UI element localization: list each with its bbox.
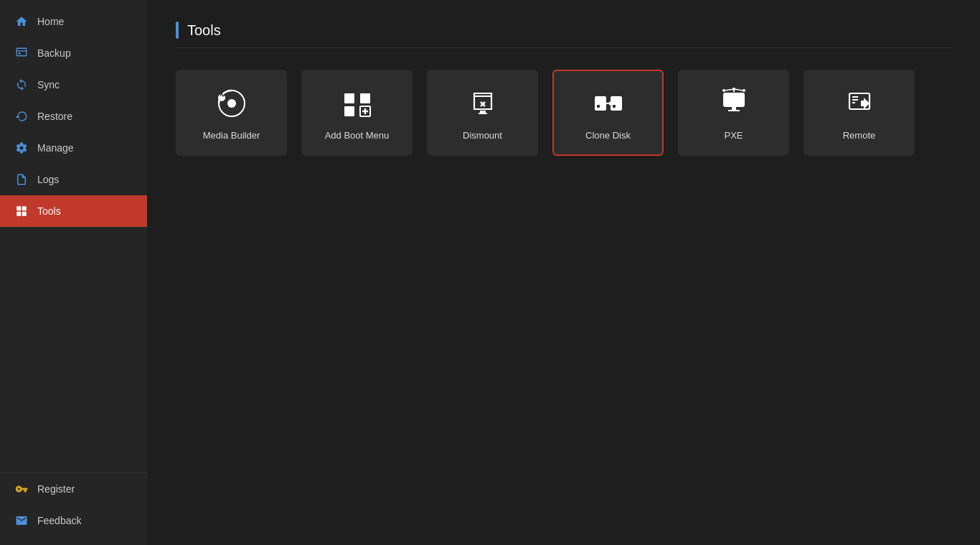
svg-rect-16 bbox=[611, 96, 622, 111]
svg-rect-15 bbox=[597, 105, 600, 108]
add-boot-menu-icon bbox=[339, 85, 375, 121]
manage-icon bbox=[14, 141, 29, 155]
sidebar-label-feedback: Feedback bbox=[37, 515, 81, 526]
sidebar-item-register[interactable]: Register bbox=[0, 473, 147, 505]
sidebar-label-logs: Logs bbox=[37, 174, 59, 185]
svg-point-4 bbox=[227, 99, 236, 108]
tool-card-label-dismount: Dismount bbox=[463, 130, 502, 141]
sidebar-item-sync[interactable]: Sync bbox=[0, 69, 147, 101]
home-icon bbox=[14, 14, 29, 29]
svg-rect-2 bbox=[19, 52, 21, 54]
svg-rect-8 bbox=[344, 106, 354, 116]
sidebar-item-feedback[interactable]: Feedback bbox=[0, 505, 147, 536]
sidebar-label-tools: Tools bbox=[37, 205, 61, 217]
pxe-icon bbox=[716, 85, 752, 121]
tool-card-label-media-builder: Media Builder bbox=[203, 130, 260, 141]
sidebar-item-home[interactable]: Home bbox=[0, 6, 147, 37]
sidebar-bottom: Register Feedback bbox=[0, 472, 147, 545]
tool-card-remote[interactable]: Remote bbox=[804, 70, 915, 156]
sidebar-label-register: Register bbox=[37, 483, 75, 495]
svg-rect-6 bbox=[344, 93, 354, 103]
restore-icon bbox=[14, 109, 29, 124]
svg-rect-23 bbox=[728, 110, 740, 111]
sidebar-item-manage[interactable]: Manage bbox=[0, 132, 147, 164]
sidebar-label-manage: Manage bbox=[37, 142, 74, 154]
clone-disk-icon bbox=[590, 85, 626, 121]
media-builder-icon bbox=[214, 85, 250, 121]
svg-rect-0 bbox=[17, 48, 27, 56]
svg-point-27 bbox=[722, 89, 725, 92]
svg-point-29 bbox=[732, 88, 735, 90]
feedback-icon bbox=[14, 513, 29, 528]
tool-card-add-boot-menu[interactable]: Add Boot Menu bbox=[301, 70, 413, 156]
page-title: Tools bbox=[187, 22, 221, 39]
tool-card-clone-disk[interactable]: Clone Disk bbox=[552, 70, 664, 156]
sidebar-item-tools[interactable]: Tools bbox=[0, 195, 147, 227]
sync-icon bbox=[14, 78, 29, 92]
svg-rect-17 bbox=[613, 105, 616, 108]
sidebar-nav: Home Backup Sync Restore Manage bbox=[0, 0, 147, 465]
tool-card-media-builder[interactable]: Media Builder bbox=[176, 70, 287, 156]
svg-rect-31 bbox=[852, 96, 858, 98]
sidebar: Home Backup Sync Restore Manage bbox=[0, 0, 147, 545]
sidebar-label-restore: Restore bbox=[37, 111, 72, 122]
svg-rect-7 bbox=[360, 93, 370, 103]
tool-card-label-clone-disk: Clone Disk bbox=[585, 130, 631, 141]
tool-card-label-pxe: PXE bbox=[724, 130, 743, 141]
tool-card-label-add-boot-menu: Add Boot Menu bbox=[325, 130, 390, 141]
svg-rect-20 bbox=[724, 93, 744, 106]
tools-icon bbox=[14, 204, 29, 218]
tool-card-pxe[interactable]: PXE bbox=[678, 70, 789, 156]
tool-card-label-remote: Remote bbox=[843, 130, 876, 141]
sidebar-item-logs[interactable]: Logs bbox=[0, 164, 147, 195]
main-content: Tools Media Builder bbox=[147, 0, 980, 545]
backup-icon bbox=[14, 46, 29, 60]
tools-grid: Media Builder Add Boot Menu bbox=[176, 70, 951, 156]
sidebar-item-restore[interactable]: Restore bbox=[0, 101, 147, 132]
sidebar-label-backup: Backup bbox=[37, 47, 71, 59]
tool-card-dismount[interactable]: Dismount bbox=[427, 70, 538, 156]
svg-rect-22 bbox=[732, 106, 736, 110]
remote-icon bbox=[842, 85, 877, 121]
logs-icon bbox=[14, 172, 29, 187]
sidebar-label-home: Home bbox=[37, 16, 64, 27]
dismount-icon bbox=[465, 85, 501, 121]
sidebar-item-backup[interactable]: Backup bbox=[0, 37, 147, 69]
page-header-accent bbox=[176, 22, 179, 39]
svg-point-28 bbox=[743, 89, 745, 92]
svg-rect-14 bbox=[595, 96, 606, 111]
sidebar-label-sync: Sync bbox=[37, 79, 60, 90]
page-header: Tools bbox=[176, 22, 951, 48]
register-icon bbox=[14, 482, 29, 496]
